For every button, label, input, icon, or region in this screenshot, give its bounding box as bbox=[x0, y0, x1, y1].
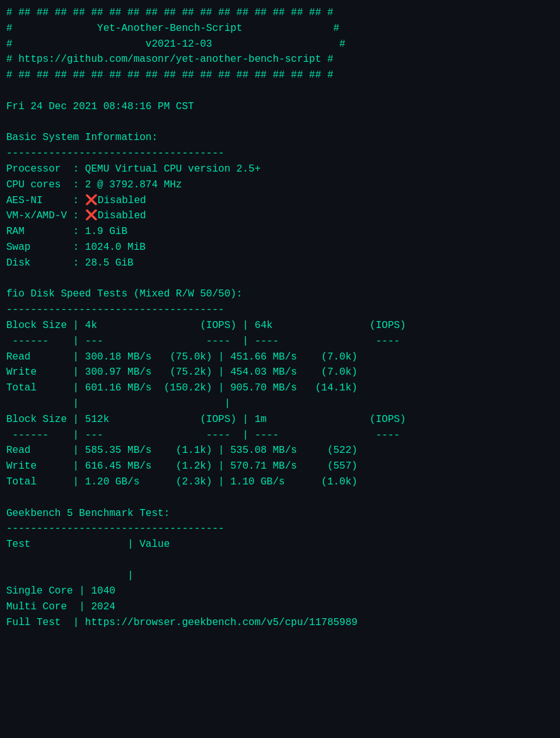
swap-value: : 1024.0 MiB bbox=[73, 242, 146, 253]
disk-value: : 28.5 GiB bbox=[73, 257, 134, 269]
header-line1: # ## ## ## ## ## ## ## ## ## ## ## ## ##… bbox=[6, 5, 554, 21]
cpu-cores-value: : 2 @ 3792.874 MHz bbox=[73, 179, 182, 190]
vm-row: VM-x/AMD-V : ❌Disabled bbox=[6, 208, 554, 224]
fio-read-4k-64k: Read | 300.18 MB/s (75.0k) | 451.66 MB/s… bbox=[6, 349, 554, 365]
geekbench-divider: ------------------------------------ bbox=[6, 521, 554, 537]
fio-read-512k-1m: Read | 585.35 MB/s (1.1k) | 535.08 MB/s … bbox=[6, 443, 554, 459]
fio-label: fio Disk Speed Tests (Mixed R/W 50/50): bbox=[6, 286, 554, 302]
fio-divider: ------------------------------------ bbox=[6, 302, 554, 318]
ram-row: RAM : 1.9 GiB bbox=[6, 224, 554, 240]
basic-info-label: Basic System Information: bbox=[6, 130, 554, 146]
aes-row: AES-NI : ❌Disabled bbox=[6, 193, 554, 209]
vm-x-icon: ❌ bbox=[85, 210, 98, 221]
fio-total-512k-1m: Total | 1.20 GB/s (2.3k) | 1.10 GB/s (1.… bbox=[6, 474, 554, 490]
header-line5: # ## ## ## ## ## ## ## ## ## ## ## ## ##… bbox=[6, 67, 554, 83]
datetime: Fri 24 Dec 2021 08:48:16 PM CST bbox=[6, 99, 554, 115]
cpu-cores-row: CPU cores : 2 @ 3792.874 MHz bbox=[6, 177, 554, 193]
header-line4: # https://github.com/masonr/yet-another-… bbox=[6, 52, 554, 67]
geekbench-separator-row: | bbox=[6, 568, 554, 584]
fio-total-4k-64k: Total | 601.16 MB/s (150.2k) | 905.70 MB… bbox=[6, 380, 554, 396]
disk-row: Disk : 28.5 GiB bbox=[6, 255, 554, 271]
header-line3: # v2021-12-03 # bbox=[6, 37, 554, 52]
geekbench-label: Geekbench 5 Benchmark Test: bbox=[6, 506, 554, 522]
processor-value: : QEMU Virtual CPU version 2.5+ bbox=[73, 163, 261, 175]
multi-core-label: Multi Core bbox=[6, 601, 67, 612]
vm-value: Disabled bbox=[98, 210, 146, 221]
geekbench-header: Test | Value bbox=[6, 537, 554, 553]
aes-x-icon: ❌ bbox=[85, 195, 98, 206]
single-core-value: 1040 bbox=[91, 585, 115, 597]
multi-core-row: Multi Core | 2024 bbox=[6, 599, 554, 615]
basic-info-divider: ------------------------------------ bbox=[6, 146, 554, 161]
fio-write-4k-64k: Write | 300.97 MB/s (75.2k) | 454.03 MB/… bbox=[6, 365, 554, 380]
fio-header-row3: Block Size | 512k (IOPS) | 1m (IOPS) bbox=[6, 412, 554, 428]
swap-row: Swap : 1024.0 MiB bbox=[6, 240, 554, 255]
full-test-label: Full Test bbox=[6, 617, 61, 628]
full-test-url: https://browser.geekbench.com/v5/cpu/117… bbox=[85, 617, 358, 628]
single-core-row: Single Core | 1040 bbox=[6, 583, 554, 599]
fio-header-row2: ------ | --- ---- | ---- ---- bbox=[6, 334, 554, 349]
aes-value: Disabled bbox=[98, 195, 146, 206]
processor-row: Processor : QEMU Virtual CPU version 2.5… bbox=[6, 161, 554, 177]
full-test-row: Full Test | https://browser.geekbench.co… bbox=[6, 615, 554, 631]
multi-core-value: 2024 bbox=[91, 601, 115, 612]
header-line2: # Yet-Another-Bench-Script # bbox=[6, 21, 554, 37]
fio-header-row1: Block Size | 4k (IOPS) | 64k (IOPS) bbox=[6, 318, 554, 334]
terminal-output: # ## ## ## ## ## ## ## ## ## ## ## ## ##… bbox=[6, 5, 554, 631]
ram-value: : 1.9 GiB bbox=[73, 226, 127, 237]
fio-write-512k-1m: Write | 616.45 MB/s (1.2k) | 570.71 MB/s… bbox=[6, 459, 554, 474]
fio-empty-row: | | bbox=[6, 396, 554, 412]
single-core-label: Single Core bbox=[6, 585, 73, 597]
fio-header-row4: ------ | --- ---- | ---- ---- bbox=[6, 428, 554, 443]
